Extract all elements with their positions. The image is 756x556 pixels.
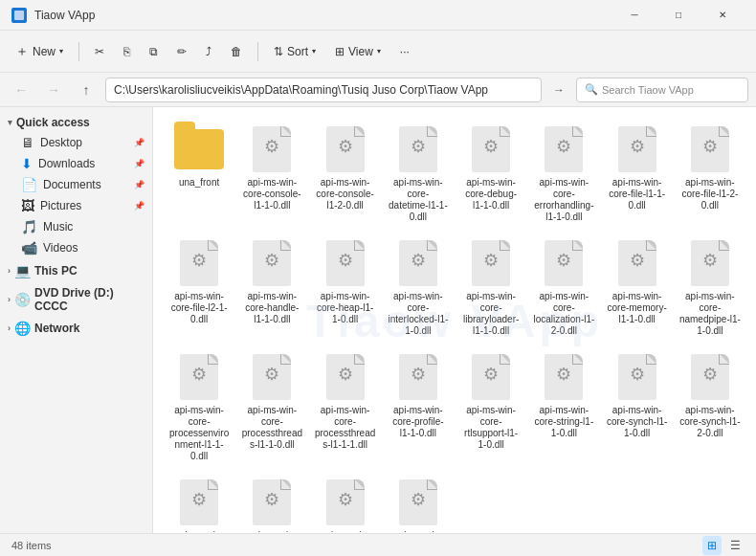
file-item[interactable]: ⚙ api-ms-win-core-localization-l1-2-0.dl…	[529, 233, 598, 343]
sidebar-item-music[interactable]: 🎵 Music	[0, 216, 152, 237]
gear-icon: ⚙	[264, 489, 279, 510]
gear-icon: ⚙	[483, 136, 499, 157]
file-item[interactable]: ⚙ api-ms-win-core-console-l1-1-0.dll	[237, 119, 306, 229]
delete-button[interactable]: 🗑	[223, 41, 250, 62]
file-item[interactable]: ⚙ api-ms-win-core-processthreads-l1-1-0.…	[237, 346, 306, 468]
file-name: api-ms-win-core-errorhandling-l1-1-0.dll	[533, 177, 594, 223]
file-item[interactable]: ⚙ api-ms-win-core-errorhandling-l1-1-0.d…	[529, 119, 598, 229]
file-name: api-ms-win-core-console-l1-1-0.dll	[241, 177, 302, 211]
up-button[interactable]: ↑	[73, 77, 100, 103]
file-item[interactable]: una_front	[165, 119, 233, 229]
network-header[interactable]: › 🌐 Network	[0, 318, 152, 339]
list-view-button[interactable]: ☰	[725, 536, 745, 555]
address-input[interactable]	[105, 78, 542, 102]
file-item[interactable]: ⚙ api-ms-win-core-timezone-l1-1-0.dll	[237, 472, 306, 533]
sidebar-item-videos[interactable]: 📹 Videos	[0, 237, 152, 258]
file-item[interactable]: ⚙ api-ms-win-core-sysinfo-l1-1-0.dll	[165, 472, 233, 533]
view-chevron-icon: ▾	[377, 47, 381, 56]
dll-icon-wrapper: ⚙	[466, 238, 516, 288]
dll-icon: ⚙	[253, 479, 291, 525]
minimize-button[interactable]: ─	[612, 0, 656, 31]
new-button[interactable]: ＋ New ▾	[8, 39, 71, 64]
file-item[interactable]: ⚙ api-ms-win-core-datetime-l1-1-0.dll	[384, 119, 453, 229]
paste-button[interactable]: ⧉	[142, 41, 166, 62]
sidebar: ▾ Quick access 🖥 Desktop 📌 ⬇ Downloads 📌…	[0, 107, 153, 533]
dll-icon: ⚙	[618, 354, 656, 400]
this-pc-header[interactable]: › 💻 This PC	[0, 260, 152, 281]
file-item[interactable]: ⚙ api-ms-win-core-memory-l1-1-0.dll	[603, 233, 672, 343]
dll-icon-wrapper: ⚙	[393, 352, 443, 402]
file-name: api-ms-win-core-handle-l1-1-0.dll	[241, 291, 302, 325]
file-item[interactable]: ⚙ api-ms-win-core-file-l1-1-0.dll	[603, 119, 672, 229]
forward-button[interactable]: →	[40, 77, 67, 103]
file-item[interactable]: ⚙ api-ms-win-core-synch-l1-1-0.dll	[603, 346, 672, 468]
gear-icon: ⚙	[338, 364, 353, 385]
file-name: api-ms-win-core-datetime-l1-1-0.dll	[388, 177, 449, 223]
file-item[interactable]: ⚙ api-ms-win-core-debug-l1-1-0.dll	[456, 119, 525, 229]
gear-icon: ⚙	[411, 364, 426, 385]
dll-icon-wrapper: ⚙	[539, 238, 589, 288]
file-item[interactable]: ⚙ api-ms-win-core-interlocked-l1-1-0.dll	[384, 233, 453, 343]
dll-icon: ⚙	[253, 354, 291, 400]
sidebar-item-pictures[interactable]: 🖼 Pictures 📌	[0, 195, 152, 216]
file-item[interactable]: ⚙ api-ms-win-core-processenvironment-l1-…	[165, 346, 233, 468]
dll-icon: ⚙	[472, 354, 510, 400]
sidebar-item-downloads[interactable]: ⬇ Downloads 📌	[0, 153, 152, 174]
file-item[interactable]: ⚙ api-ms-win-core-string-l1-1-0.dll	[529, 346, 598, 468]
file-item[interactable]: ⚙ api-ms-win-core-util-l1-1-0.dll	[311, 472, 380, 533]
file-name: api-ms-win-core-synch-l1-1-0.dll	[607, 405, 668, 439]
dll-icon: ⚙	[691, 126, 729, 172]
dll-icon: ⚙	[472, 126, 510, 172]
file-item[interactable]: ⚙ api-ms-win-core-heap-l1-1-0.dll	[311, 233, 380, 343]
file-item[interactable]: ⚙ api-ms-win-core-file-l1-2-0.dll	[676, 119, 745, 229]
gear-icon: ⚙	[264, 136, 279, 157]
dvd-drive-label: DVD Drive (D:) CCCC	[34, 286, 145, 313]
dll-icon-wrapper: ⚙	[466, 124, 516, 174]
file-name: api-ms-win-crt-conio-l1-1-0.dll	[388, 530, 449, 533]
address-bar: ← → ↑ → 🔍 Search Tiaow VApp	[0, 73, 756, 107]
dll-icon: ⚙	[399, 240, 437, 286]
file-item[interactable]: ⚙ api-ms-win-core-file-l2-1-0.dll	[165, 233, 233, 343]
file-item[interactable]: ⚙ api-ms-win-core-handle-l1-1-0.dll	[237, 233, 306, 343]
pin-icon-pic: 📌	[134, 201, 145, 211]
this-pc-section: › 💻 This PC	[0, 260, 152, 281]
file-item[interactable]: ⚙ api-ms-win-core-namedpipe-l1-1-0.dll	[676, 233, 745, 343]
cut-button[interactable]: ✂	[87, 41, 112, 62]
address-go-button[interactable]: →	[547, 78, 570, 101]
file-item[interactable]: ⚙ api-ms-win-core-console-l1-2-0.dll	[311, 119, 380, 229]
grid-view-button[interactable]: ⊞	[702, 536, 722, 555]
pin-icon: 📌	[134, 138, 145, 147]
dll-icon: ⚙	[253, 126, 291, 172]
dll-icon-wrapper: ⚙	[612, 352, 662, 402]
search-box[interactable]: 🔍 Search Tiaow VApp	[576, 78, 748, 102]
maximize-button[interactable]: □	[656, 0, 700, 31]
quick-access-header[interactable]: ▾ Quick access	[0, 113, 152, 132]
close-button[interactable]: ✕	[700, 0, 745, 31]
sidebar-item-videos-label: Videos	[43, 241, 78, 255]
dvd-drive-header[interactable]: › 💿 DVD Drive (D:) CCCC	[0, 283, 152, 316]
file-item[interactable]: ⚙ api-ms-win-core-rtlsupport-l1-1-0.dll	[456, 346, 525, 468]
file-item[interactable]: ⚙ api-ms-win-crt-conio-l1-1-0.dll	[384, 472, 453, 533]
sort-button[interactable]: ⇅ Sort ▾	[266, 41, 323, 62]
file-item[interactable]: ⚙ api-ms-win-core-libraryloader-l1-1-0.d…	[456, 233, 525, 343]
rename-button[interactable]: ✏	[169, 41, 194, 62]
dll-icon-wrapper: ⚙	[539, 124, 589, 174]
dll-icon-wrapper: ⚙	[174, 238, 224, 288]
dvd-chevron-icon: ›	[8, 295, 11, 304]
back-button[interactable]: ←	[8, 77, 34, 103]
dll-icon: ⚙	[545, 126, 583, 172]
file-name: api-ms-win-core-sysinfo-l1-1-0.dll	[168, 530, 230, 533]
view-button[interactable]: ⊞ View ▾	[327, 41, 389, 62]
more-button[interactable]: ···	[392, 41, 417, 62]
file-item[interactable]: ⚙ api-ms-win-core-synch-l1-2-0.dll	[676, 346, 745, 468]
file-item[interactable]: ⚙ api-ms-win-core-profile-l1-1-0.dll	[384, 346, 453, 468]
sidebar-item-documents[interactable]: 📄 Documents 📌	[0, 174, 152, 195]
share-button[interactable]: ⤴	[198, 41, 219, 62]
copy-button[interactable]: ⎘	[116, 41, 138, 62]
new-chevron-icon: ▾	[59, 47, 63, 56]
file-name: api-ms-win-core-synch-l1-2-0.dll	[679, 405, 741, 439]
sidebar-item-music-label: Music	[43, 220, 73, 234]
file-item[interactable]: ⚙ api-ms-win-core-processthreads-l1-1-1.…	[311, 346, 380, 468]
sidebar-item-desktop[interactable]: 🖥 Desktop 📌	[0, 132, 152, 153]
network-section: › 🌐 Network	[0, 318, 152, 339]
